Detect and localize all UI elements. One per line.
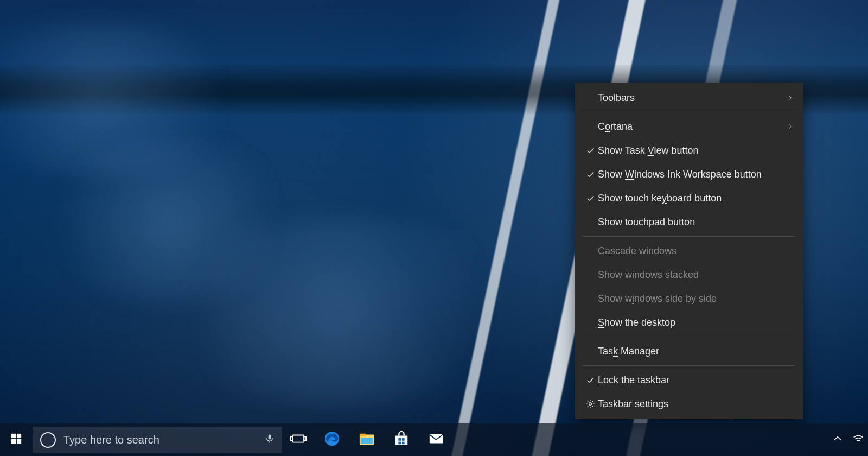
svg-rect-11 (360, 434, 366, 437)
menu-item-show-task-view-button[interactable]: Show Task View button (575, 138, 803, 162)
svg-rect-18 (430, 434, 443, 444)
search-placeholder: Type here to search (63, 434, 257, 446)
menu-item-label: Show Task View button (598, 145, 782, 156)
svg-rect-5 (269, 434, 271, 439)
svg-rect-7 (291, 436, 293, 441)
cortana-icon (40, 432, 56, 448)
svg-rect-12 (361, 438, 373, 444)
start-button[interactable] (0, 423, 33, 456)
microphone-button[interactable] (257, 434, 282, 446)
menu-item-cortana[interactable]: Cortana (575, 115, 803, 138)
svg-rect-3 (11, 439, 16, 444)
menu-item-label: Show windows side by side (598, 293, 782, 305)
menu-item-show-windows-side-by-side: Show windows side by side (575, 287, 803, 311)
menu-item-label: Cortana (598, 121, 782, 132)
menu-item-show-windows-stacked: Show windows stacked (575, 263, 803, 287)
svg-rect-13 (395, 435, 408, 445)
wifi-icon (853, 436, 864, 446)
menu-separator (583, 112, 795, 112)
edge-button[interactable] (315, 423, 349, 456)
menu-item-label: Show touchpad button (598, 217, 782, 228)
svg-rect-4 (17, 439, 21, 444)
system-tray (832, 433, 868, 446)
store-button[interactable] (384, 423, 419, 456)
menu-item-task-manager[interactable]: Task Manager (575, 339, 803, 363)
check-icon (583, 194, 598, 203)
edge-icon (324, 430, 340, 449)
taskbar: Type here to search (0, 423, 868, 456)
svg-rect-6 (293, 435, 304, 442)
menu-separator (583, 365, 795, 366)
chevron-right-icon (782, 94, 793, 102)
svg-rect-15 (402, 438, 405, 441)
menu-item-label: Toolbars (598, 92, 782, 104)
menu-item-label: Show Windows Ink Workspace button (598, 169, 782, 180)
check-icon (583, 146, 598, 155)
menu-separator (583, 337, 795, 337)
gear-icon (583, 399, 598, 409)
wifi-button[interactable] (853, 433, 864, 446)
svg-rect-8 (304, 436, 306, 441)
wallpaper-cloud (152, 217, 532, 407)
menu-item-show-windows-ink-workspace-button[interactable]: Show Windows Ink Workspace button (575, 162, 803, 186)
chevron-up-icon (832, 436, 843, 446)
start-icon (10, 433, 22, 447)
menu-item-label: Lock the taskbar (598, 375, 782, 386)
file-explorer-button[interactable] (349, 423, 384, 456)
taskbar-context-menu: ToolbarsCortanaShow Task View buttonShow… (575, 83, 803, 419)
tray-overflow-button[interactable] (832, 433, 843, 446)
svg-point-0 (589, 403, 592, 406)
menu-item-show-the-desktop[interactable]: Show the desktop (575, 311, 803, 334)
menu-item-lock-the-taskbar[interactable]: Lock the taskbar (575, 368, 803, 392)
menu-item-show-touch-keyboard-button[interactable]: Show touch keyboard button (575, 186, 803, 210)
task-view-icon (290, 432, 307, 447)
menu-item-label: Show windows stacked (598, 269, 782, 281)
task-view-button[interactable] (282, 423, 315, 456)
menu-item-cascade-windows: Cascade windows (575, 239, 803, 263)
menu-item-taskbar-settings[interactable]: Taskbar settings (575, 392, 803, 416)
svg-rect-1 (11, 434, 16, 438)
svg-rect-14 (398, 438, 401, 441)
menu-item-label: Taskbar settings (598, 398, 782, 410)
menu-item-show-touchpad-button[interactable]: Show touchpad button (575, 210, 803, 234)
mail-icon (428, 430, 444, 449)
svg-rect-16 (398, 442, 401, 445)
menu-item-label: Show touch keyboard button (598, 193, 782, 204)
menu-item-label: Cascade windows (598, 245, 782, 257)
search-box[interactable]: Type here to search (33, 427, 282, 453)
microphone-icon (265, 434, 275, 446)
check-icon (583, 376, 598, 385)
menu-item-label: Task Manager (598, 346, 782, 357)
menu-item-toolbars[interactable]: Toolbars (575, 86, 803, 110)
chevron-right-icon (782, 123, 793, 130)
svg-rect-17 (402, 442, 405, 445)
check-icon (583, 170, 598, 179)
menu-separator (583, 236, 795, 237)
store-icon (393, 430, 410, 449)
file-explorer-icon (359, 430, 375, 449)
svg-rect-2 (17, 434, 21, 438)
mail-button[interactable] (419, 423, 454, 456)
menu-item-label: Show the desktop (598, 317, 782, 328)
